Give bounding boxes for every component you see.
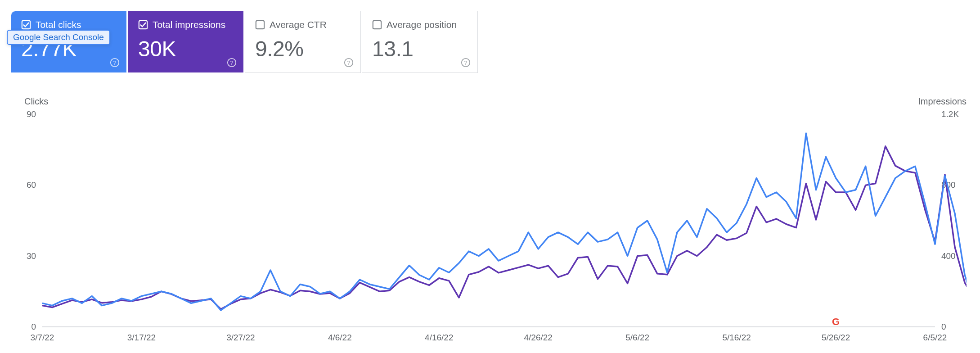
svg-text:3/7/22: 3/7/22	[31, 333, 54, 342]
card-value: 9.2%	[255, 36, 351, 61]
svg-text:G: G	[832, 316, 840, 327]
card-value: 30K	[138, 36, 234, 61]
help-icon[interactable]: ?	[109, 57, 120, 68]
card-total-impressions[interactable]: Total impressions 30K ?	[128, 11, 244, 73]
svg-text:3/17/22: 3/17/22	[127, 333, 156, 342]
metric-cards: Total clicks 2.77K ? Total impressions 3…	[11, 11, 980, 73]
checkbox-unchecked-icon	[372, 20, 382, 30]
svg-text:3/27/22: 3/27/22	[226, 333, 255, 342]
svg-text:4/26/22: 4/26/22	[524, 333, 553, 342]
card-label: Total impressions	[153, 19, 225, 30]
svg-text:?: ?	[230, 59, 233, 66]
checkbox-checked-icon	[138, 20, 148, 30]
svg-text:4/6/22: 4/6/22	[328, 333, 352, 342]
checkbox-unchecked-icon	[255, 20, 265, 30]
card-value: 13.1	[372, 36, 468, 61]
svg-text:5/16/22: 5/16/22	[722, 333, 751, 342]
help-icon[interactable]: ?	[226, 57, 237, 68]
card-label: Average CTR	[270, 19, 327, 30]
tooltip-badge: Google Search Console	[7, 30, 110, 45]
card-average-position[interactable]: Average position 13.1 ?	[362, 11, 478, 73]
chart-svg: 030609004008001.2K3/7/223/17/223/27/224/…	[15, 101, 967, 353]
svg-rect-6	[256, 21, 264, 29]
svg-text:0: 0	[31, 322, 36, 331]
svg-text:1.2K: 1.2K	[941, 109, 959, 119]
card-average-ctr[interactable]: Average CTR 9.2% ?	[245, 11, 361, 73]
chart: 030609004008001.2K3/7/223/17/223/27/224/…	[15, 101, 967, 353]
card-label: Total clicks	[36, 19, 81, 30]
svg-rect-9	[373, 21, 381, 29]
help-icon[interactable]: ?	[343, 57, 354, 68]
svg-text:400: 400	[941, 251, 956, 261]
card-label: Average position	[387, 19, 457, 30]
help-icon[interactable]: ?	[460, 57, 471, 68]
svg-text:5/6/22: 5/6/22	[625, 333, 649, 342]
svg-text:?: ?	[464, 59, 467, 66]
svg-text:60: 60	[27, 180, 36, 190]
svg-text:90: 90	[27, 109, 36, 119]
svg-text:4/16/22: 4/16/22	[425, 333, 453, 342]
svg-text:?: ?	[347, 59, 350, 66]
checkbox-checked-icon	[21, 20, 31, 30]
svg-text:30: 30	[27, 251, 36, 261]
svg-text:0: 0	[941, 322, 946, 331]
svg-text:6/5/22: 6/5/22	[923, 333, 947, 342]
svg-text:5/26/22: 5/26/22	[822, 333, 850, 342]
svg-text:?: ?	[113, 59, 116, 66]
